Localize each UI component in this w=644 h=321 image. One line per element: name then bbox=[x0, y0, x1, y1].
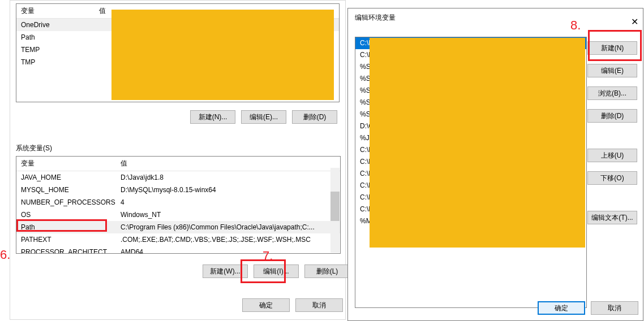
edit-sys-var-button[interactable]: 编辑(I)... bbox=[254, 264, 299, 278]
delete-path-button[interactable]: 删除(D) bbox=[587, 109, 637, 123]
annotation-label: 6. bbox=[0, 248, 10, 262]
system-vars-label: 系统变量(S) bbox=[16, 144, 52, 153]
edit-env-var-dialog: 编辑环境变量 ✕ C:\P C:\P %Sy %Sy %Sy %Sy %SY D… bbox=[347, 8, 643, 321]
new-user-var-button[interactable]: 新建(N)... bbox=[190, 110, 235, 124]
system-vars-buttons: 新建(W)... 编辑(I)... 删除(L) bbox=[203, 264, 350, 278]
system-vars-table[interactable]: 变量 值 JAVA_HOMED:\Java\jdk1.8 MYSQL_HOMED… bbox=[16, 156, 341, 254]
table-row[interactable]: OSWindows_NT bbox=[16, 209, 340, 221]
new-sys-var-button[interactable]: 新建(W)... bbox=[203, 264, 248, 278]
annotation-label: 7. bbox=[263, 249, 273, 263]
dialog-footer-buttons: 确定 取消 bbox=[538, 301, 638, 315]
redaction-block bbox=[370, 38, 585, 248]
close-icon[interactable]: ✕ bbox=[631, 16, 638, 27]
edit-text-button[interactable]: 编辑文本(T)... bbox=[587, 211, 637, 224]
move-down-button[interactable]: 下移(O) bbox=[587, 171, 637, 185]
dialog-title: 编辑环境变量 bbox=[348, 8, 643, 29]
new-path-button[interactable]: 新建(N) bbox=[587, 41, 637, 55]
col-variable: 变量 bbox=[16, 4, 95, 18]
edit-user-var-button[interactable]: 编辑(E)... bbox=[241, 110, 286, 124]
col-value: 值 bbox=[116, 157, 340, 171]
move-up-button[interactable]: 上移(U) bbox=[587, 149, 637, 162]
scrollbar-thumb[interactable] bbox=[330, 192, 340, 221]
table-row[interactable]: PROCESSOR_ARCHITECT...AMD64 bbox=[16, 246, 340, 254]
ok-button[interactable]: 确定 bbox=[538, 301, 585, 315]
col-variable: 变量 bbox=[16, 157, 116, 171]
scrollbar[interactable] bbox=[330, 168, 340, 253]
user-vars-buttons: 新建(N)... 编辑(E)... 删除(D) bbox=[190, 110, 337, 124]
user-vars-table[interactable]: 变量 值 OneDrive Path TEMP TMP bbox=[16, 3, 340, 102]
annotation-label: 8. bbox=[570, 18, 581, 33]
table-row-path[interactable]: PathC:\Program Files (x86)\Common Files\… bbox=[16, 221, 340, 233]
delete-sys-var-button[interactable]: 删除(L) bbox=[304, 264, 350, 278]
ok-button[interactable]: 确定 bbox=[242, 298, 290, 312]
table-row[interactable]: JAVA_HOMED:\Java\jdk1.8 bbox=[16, 171, 340, 184]
table-header: 变量 值 bbox=[16, 157, 340, 171]
table-row[interactable]: PATHEXT.COM;.EXE;.BAT;.CMD;.VBS;.VBE;.JS… bbox=[16, 233, 340, 246]
env-vars-dialog: 变量 值 OneDrive Path TEMP TMP 新建(N)... 编辑(… bbox=[10, 0, 346, 320]
edit-path-button[interactable]: 编辑(E) bbox=[587, 64, 637, 77]
table-row[interactable]: NUMBER_OF_PROCESSORS4 bbox=[16, 196, 340, 209]
cancel-button[interactable]: 取消 bbox=[591, 301, 638, 315]
redaction-block bbox=[111, 10, 334, 100]
browse-path-button[interactable]: 浏览(B)... bbox=[587, 86, 637, 100]
dialog-footer-buttons: 确定 取消 bbox=[242, 298, 343, 312]
cancel-button[interactable]: 取消 bbox=[295, 298, 343, 312]
delete-user-var-button[interactable]: 删除(D) bbox=[292, 110, 337, 124]
path-edit-buttons: 新建(N) 编辑(E) 浏览(B)... 删除(D) 上移(U) 下移(O) 编… bbox=[587, 41, 638, 233]
table-row[interactable]: MYSQL_HOMED:\MySQL\mysql-8.0.15-winx64 bbox=[16, 184, 340, 196]
